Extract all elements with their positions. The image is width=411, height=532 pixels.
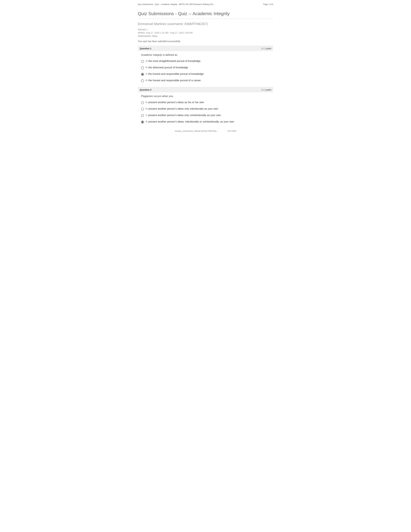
option-letter-1-3: c) (146, 73, 147, 75)
option-item-2-3: c)present another person’s ideas only un… (141, 114, 273, 117)
page-title: Quiz Submissions - Quiz -- Academic Inte… (138, 11, 273, 19)
options-list-2: a)present another person’s ideas as his … (141, 101, 273, 124)
question-text-1: Academic integrity is defined as (141, 54, 270, 57)
option-item-2-1: a)present another person’s ideas as his … (141, 101, 273, 104)
option-text-2-3: present another person’s ideas only unin… (148, 114, 221, 117)
option-letter-1-1: a) (146, 60, 148, 62)
student-name: Emmanuel Martinez (username: EMARTINEZ67… (138, 22, 273, 26)
radio-2-2[interactable] (141, 108, 144, 111)
radio-1-1[interactable] (141, 60, 144, 63)
footer-date: 8/27/2016 (228, 130, 236, 132)
question-text-2: Plagiarism occurs when you (141, 95, 270, 98)
option-letter-2-4: d) (146, 120, 148, 123)
option-item-2-2: b)present another person’s ideas only in… (141, 107, 273, 111)
option-text-2-1: present another person’s ideas as his or… (149, 101, 204, 104)
option-text-1-3: the honest and responsible pursuit of kn… (148, 73, 204, 76)
option-text-2-4: present another person’s ideas, intentio… (149, 120, 234, 123)
question-header-1: Question 11 / 1 point (138, 46, 273, 51)
question-label-2: Question 2 (140, 88, 151, 91)
radio-inner-2-4 (142, 121, 143, 123)
footer: ser/quiz_submissions_attempt.d2l?qi=3790… (138, 130, 273, 132)
attempt-label: Attempt 1 (138, 28, 273, 31)
option-text-2-2: present another person’s ideas only inte… (149, 107, 218, 110)
browser-bar: Quiz Submissions - Quiz -- Academic Inte… (138, 3, 273, 6)
question-header-2: Question 21 / 1 point (138, 87, 273, 92)
option-letter-2-3: c) (146, 114, 147, 116)
radio-1-4[interactable] (141, 79, 144, 82)
radio-2-1[interactable] (141, 101, 144, 104)
option-letter-1-2: b) (146, 66, 148, 68)
radio-2-3[interactable] (141, 114, 144, 117)
option-item-1-1: a)the most straightforward pursuit of kn… (141, 60, 273, 63)
option-item-2-4: d)present another person’s ideas, intent… (141, 120, 273, 124)
question-points-2: 1 / 1 point (262, 88, 271, 91)
option-letter-2-1: a) (146, 101, 148, 103)
question-points-1: 1 / 1 point (262, 47, 271, 50)
question-label-1: Question 1 (140, 47, 151, 50)
radio-inner-1-3 (142, 74, 143, 75)
option-text-1-2: the dishonest pursuit of knowledge (149, 66, 188, 69)
option-letter-2-2: b) (146, 107, 148, 110)
tab-title: Quiz Submissions - Quiz -- Academic Inte… (138, 3, 215, 6)
option-item-1-4: d)the honest and responsible pursuit of … (141, 79, 273, 82)
question-block-2: Question 21 / 1 pointPlagiarism occurs w… (138, 87, 273, 124)
success-message: Your quiz has been submitted successfull… (138, 40, 273, 43)
radio-1-2[interactable] (141, 66, 144, 69)
option-item-1-2: b)the dishonest pursuit of knowledge (141, 66, 273, 69)
footer-url: ser/quiz_submissions_attempt.d2l?qi=3790… (175, 130, 218, 132)
radio-1-3[interactable] (141, 73, 144, 76)
radio-2-4[interactable] (141, 121, 144, 124)
written-label: Written: Aug 27, 2016 1:31 AM - Aug 27, … (138, 31, 273, 34)
submission-view-label: Submission View (138, 35, 273, 38)
questions-container: Question 11 / 1 pointAcademic integrity … (138, 46, 273, 124)
options-list-1: a)the most straightforward pursuit of kn… (141, 60, 273, 82)
question-block-1: Question 11 / 1 pointAcademic integrity … (138, 46, 273, 82)
option-text-1-1: the most straightforward pursuit of know… (149, 60, 201, 63)
option-text-1-4: the honest and responsible pursuit of a … (149, 79, 201, 82)
page-indicator: Page 1 of 8 (263, 3, 273, 6)
option-letter-1-4: d) (146, 79, 148, 81)
option-item-1-3: c)the honest and responsible pursuit of … (141, 73, 273, 76)
